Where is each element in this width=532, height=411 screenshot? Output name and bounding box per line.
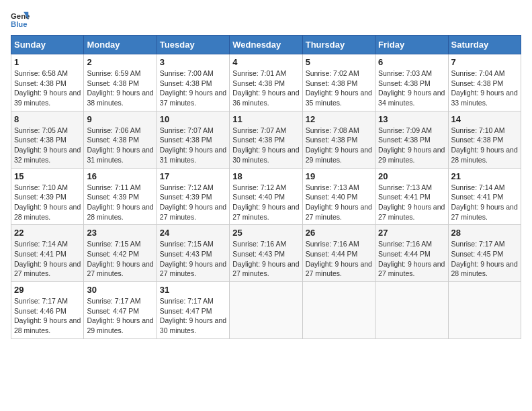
calendar-cell: 5Sunrise: 7:02 AMSunset: 4:38 PMDaylight… [302,54,375,111]
day-info: Sunrise: 7:00 AMSunset: 4:38 PMDaylight:… [160,68,226,108]
weekday-header-saturday: Saturday [448,36,521,54]
calendar-cell: 1Sunrise: 6:58 AMSunset: 4:38 PMDaylight… [11,54,84,111]
calendar-cell [302,282,375,339]
day-number: 25 [232,228,299,238]
day-info: Sunrise: 7:14 AMSunset: 4:41 PMDaylight:… [14,239,81,279]
day-number: 30 [87,285,153,295]
day-number: 5 [306,57,372,67]
calendar-cell: 29Sunrise: 7:17 AMSunset: 4:46 PMDayligh… [11,282,84,339]
day-number: 10 [160,114,226,124]
day-info: Sunrise: 7:17 AMSunset: 4:47 PMDaylight:… [160,296,226,336]
weekday-header-sunday: Sunday [11,36,84,54]
day-number: 29 [14,285,81,295]
day-number: 22 [14,228,81,238]
calendar-cell [448,282,521,339]
calendar-cell: 30Sunrise: 7:17 AMSunset: 4:47 PMDayligh… [84,282,157,339]
calendar-cell: 6Sunrise: 7:03 AMSunset: 4:38 PMDaylight… [375,54,448,111]
day-number: 9 [87,114,153,124]
calendar-cell: 7Sunrise: 7:04 AMSunset: 4:38 PMDaylight… [448,54,521,111]
calendar-cell: 18Sunrise: 7:12 AMSunset: 4:40 PMDayligh… [230,168,302,225]
day-info: Sunrise: 7:13 AMSunset: 4:41 PMDaylight:… [378,183,445,222]
day-number: 21 [451,171,518,181]
day-number: 7 [451,57,518,67]
svg-text:Blue: Blue [11,20,28,28]
day-number: 16 [87,171,153,181]
day-info: Sunrise: 7:15 AMSunset: 4:42 PMDaylight:… [87,239,153,279]
logo: General Blue [11,11,30,30]
calendar-cell: 28Sunrise: 7:17 AMSunset: 4:45 PMDayligh… [448,225,521,282]
day-number: 1 [14,57,81,67]
day-info: Sunrise: 7:05 AMSunset: 4:38 PMDaylight:… [14,126,81,165]
calendar-cell: 23Sunrise: 7:15 AMSunset: 4:42 PMDayligh… [84,225,157,282]
day-number: 24 [160,228,226,238]
logo-icon: General Blue [11,11,30,30]
calendar-cell: 8Sunrise: 7:05 AMSunset: 4:38 PMDaylight… [11,111,84,168]
calendar-cell: 10Sunrise: 7:07 AMSunset: 4:38 PMDayligh… [157,111,229,168]
calendar-cell: 12Sunrise: 7:08 AMSunset: 4:38 PMDayligh… [302,111,375,168]
calendar-cell: 26Sunrise: 7:16 AMSunset: 4:44 PMDayligh… [302,225,375,282]
calendar-cell: 11Sunrise: 7:07 AMSunset: 4:38 PMDayligh… [230,111,302,168]
day-number: 31 [160,285,226,295]
day-number: 19 [306,171,372,181]
weekday-header-tuesday: Tuesday [157,36,229,54]
weekday-header-thursday: Thursday [302,36,375,54]
day-info: Sunrise: 7:01 AMSunset: 4:38 PMDaylight:… [232,68,299,108]
day-number: 14 [451,114,518,124]
day-number: 8 [14,114,81,124]
day-number: 23 [87,228,153,238]
day-info: Sunrise: 7:15 AMSunset: 4:43 PMDaylight:… [160,239,226,279]
day-info: Sunrise: 7:17 AMSunset: 4:45 PMDaylight:… [451,239,518,279]
calendar-cell: 17Sunrise: 7:12 AMSunset: 4:39 PMDayligh… [157,168,229,225]
calendar-cell: 3Sunrise: 7:00 AMSunset: 4:38 PMDaylight… [157,54,229,111]
day-number: 6 [378,57,445,67]
calendar-cell [375,282,448,339]
day-info: Sunrise: 7:10 AMSunset: 4:38 PMDaylight:… [451,126,518,165]
day-info: Sunrise: 7:14 AMSunset: 4:41 PMDaylight:… [451,183,518,222]
day-number: 12 [306,114,372,124]
day-number: 27 [378,228,445,238]
calendar-cell: 21Sunrise: 7:14 AMSunset: 4:41 PMDayligh… [448,168,521,225]
day-info: Sunrise: 7:11 AMSunset: 4:39 PMDaylight:… [87,183,153,222]
calendar-cell: 27Sunrise: 7:16 AMSunset: 4:44 PMDayligh… [375,225,448,282]
day-number: 2 [87,57,153,67]
calendar-cell: 15Sunrise: 7:10 AMSunset: 4:39 PMDayligh… [11,168,84,225]
day-info: Sunrise: 7:02 AMSunset: 4:38 PMDaylight:… [306,68,372,108]
day-info: Sunrise: 7:13 AMSunset: 4:40 PMDaylight:… [306,183,372,222]
day-info: Sunrise: 7:17 AMSunset: 4:46 PMDaylight:… [14,296,81,336]
day-info: Sunrise: 7:09 AMSunset: 4:38 PMDaylight:… [378,126,445,165]
day-info: Sunrise: 7:10 AMSunset: 4:39 PMDaylight:… [14,183,81,222]
day-info: Sunrise: 7:07 AMSunset: 4:38 PMDaylight:… [160,126,226,165]
calendar-cell: 19Sunrise: 7:13 AMSunset: 4:40 PMDayligh… [302,168,375,225]
calendar-cell: 16Sunrise: 7:11 AMSunset: 4:39 PMDayligh… [84,168,157,225]
calendar-cell: 24Sunrise: 7:15 AMSunset: 4:43 PMDayligh… [157,225,229,282]
day-number: 26 [306,228,372,238]
day-info: Sunrise: 6:58 AMSunset: 4:38 PMDaylight:… [14,68,81,108]
day-number: 13 [378,114,445,124]
calendar-cell: 25Sunrise: 7:16 AMSunset: 4:43 PMDayligh… [230,225,302,282]
weekday-header-friday: Friday [375,36,448,54]
day-info: Sunrise: 7:07 AMSunset: 4:38 PMDaylight:… [232,126,299,165]
calendar-cell: 31Sunrise: 7:17 AMSunset: 4:47 PMDayligh… [157,282,229,339]
day-info: Sunrise: 7:16 AMSunset: 4:44 PMDaylight:… [306,239,372,279]
day-info: Sunrise: 7:16 AMSunset: 4:43 PMDaylight:… [232,239,299,279]
calendar-cell: 13Sunrise: 7:09 AMSunset: 4:38 PMDayligh… [375,111,448,168]
day-info: Sunrise: 7:16 AMSunset: 4:44 PMDaylight:… [378,239,445,279]
calendar-cell: 20Sunrise: 7:13 AMSunset: 4:41 PMDayligh… [375,168,448,225]
day-info: Sunrise: 7:17 AMSunset: 4:47 PMDaylight:… [87,296,153,336]
day-info: Sunrise: 7:04 AMSunset: 4:38 PMDaylight:… [451,68,518,108]
day-number: 4 [232,57,299,67]
day-number: 20 [378,171,445,181]
day-number: 28 [451,228,518,238]
day-number: 15 [14,171,81,181]
calendar-cell: 2Sunrise: 6:59 AMSunset: 4:38 PMDaylight… [84,54,157,111]
day-info: Sunrise: 6:59 AMSunset: 4:38 PMDaylight:… [87,68,153,108]
calendar-cell: 22Sunrise: 7:14 AMSunset: 4:41 PMDayligh… [11,225,84,282]
day-info: Sunrise: 7:03 AMSunset: 4:38 PMDaylight:… [378,68,445,108]
calendar-cell: 4Sunrise: 7:01 AMSunset: 4:38 PMDaylight… [230,54,302,111]
calendar-cell: 14Sunrise: 7:10 AMSunset: 4:38 PMDayligh… [448,111,521,168]
day-number: 18 [232,171,299,181]
calendar-cell: 9Sunrise: 7:06 AMSunset: 4:38 PMDaylight… [84,111,157,168]
day-number: 3 [160,57,226,67]
day-info: Sunrise: 7:12 AMSunset: 4:40 PMDaylight:… [232,183,299,222]
day-info: Sunrise: 7:12 AMSunset: 4:39 PMDaylight:… [160,183,226,222]
